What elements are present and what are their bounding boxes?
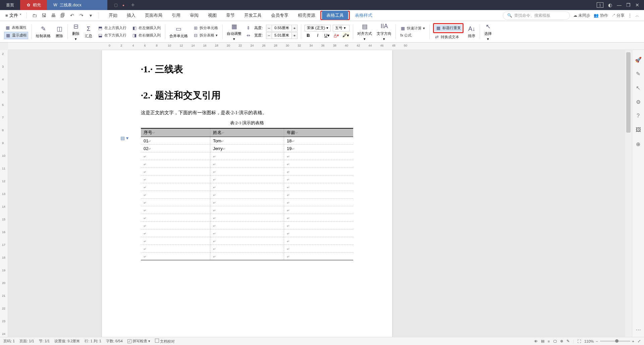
table-row[interactable]: ↵↵↵ (141, 160, 353, 168)
table-cell[interactable]: ↵ (210, 168, 284, 176)
table-cell[interactable]: 01↵ (141, 137, 210, 145)
ruler-horizontal[interactable]: 0246810121416182022242628303234363840424… (8, 43, 644, 50)
table-row[interactable]: ↵↵↵ (141, 237, 353, 245)
height-spinner[interactable]: −0.55厘米+ (266, 25, 298, 31)
scrollbar-vertical[interactable] (625, 50, 632, 337)
tab-review[interactable]: 审阅 (185, 10, 203, 20)
table-row[interactable]: ↵↵↵ (141, 191, 353, 199)
show-border-button[interactable]: ▦显示虚框 (4, 32, 28, 39)
insert-above-button[interactable]: ⬒在上方插入行 (97, 25, 127, 31)
table-cell[interactable]: ↵ (210, 222, 284, 229)
zoom-out-button[interactable]: − (596, 339, 598, 343)
table-header-cell[interactable]: 年龄↵ (284, 128, 353, 137)
table-header-cell[interactable]: 序号↵ (141, 128, 210, 137)
print-icon[interactable]: 🖶 (50, 12, 57, 19)
zoom-control[interactable]: 110% − + (584, 339, 634, 343)
table-cell[interactable]: ↵ (284, 229, 353, 237)
table-handle-icon[interactable]: ▤ ▾ (120, 135, 128, 141)
tab-chapter[interactable]: 章节 (222, 10, 239, 20)
sort-button[interactable]: A↓排序 (466, 24, 478, 39)
more-side-icon[interactable]: ⋯ (634, 326, 642, 334)
table-row[interactable]: ↵↵↵ (141, 214, 353, 222)
table-row[interactable]: ↵↵↵ (141, 183, 353, 191)
redo-icon[interactable]: ↷ (78, 12, 85, 19)
new-icon[interactable]: 🗀 (31, 12, 38, 19)
table-cell[interactable]: ↵ (210, 245, 284, 253)
file-menu[interactable]: ≡ 文件 ˅ (2, 12, 25, 18)
table-cell[interactable]: ↵ (210, 183, 284, 191)
view-mode3-icon[interactable]: 🖵 (553, 339, 557, 343)
table-cell[interactable]: 02↵ (141, 145, 210, 152)
ruler-vertical[interactable]: 2345678910111213141516171819202122232425… (0, 50, 8, 337)
font-color-button[interactable]: A▾ (333, 32, 340, 39)
table-cell[interactable]: ↵ (141, 214, 210, 222)
help-icon[interactable]: ? (634, 112, 642, 120)
merge-cells-button[interactable]: ▭合并单元格 (167, 24, 190, 39)
status-pageno[interactable]: 页码: 1 (3, 339, 15, 344)
tab-start[interactable]: 开始 (104, 10, 122, 20)
qat-dropdown[interactable]: ▾ (87, 12, 95, 19)
table-cell[interactable]: ↵ (210, 253, 284, 260)
table-cell[interactable]: ↵ (210, 237, 284, 245)
collapse-ribbon-icon[interactable]: ︿ (635, 13, 639, 18)
table-row[interactable]: ↵↵↵ (141, 229, 353, 237)
tab-dock[interactable]: ✿稻壳 (20, 0, 47, 10)
tab-devtools[interactable]: 开发工具 (240, 10, 266, 20)
undo-icon[interactable]: ↶ (68, 12, 76, 19)
pen-icon[interactable]: ✎ (634, 70, 642, 78)
table-cell[interactable]: ↵ (210, 206, 284, 214)
table-cell[interactable]: ↵ (141, 206, 210, 214)
table-properties-button[interactable]: ▦表格属性 (4, 24, 28, 31)
table-cell[interactable]: 18↵ (284, 137, 353, 145)
table-cell[interactable]: ↵ (141, 222, 210, 229)
formula-button[interactable]: fx 公式 (399, 32, 426, 39)
table-cell[interactable]: ↵ (284, 253, 353, 260)
table-cell[interactable]: ↵ (284, 214, 353, 222)
table-cell[interactable]: ↵ (141, 237, 210, 245)
rocket-icon[interactable]: 🚀 (634, 56, 642, 64)
share-button[interactable]: ↗ 分享 (611, 13, 625, 18)
tab-add[interactable]: + (131, 2, 135, 9)
tab-tabletools[interactable]: 表格工具 (322, 11, 348, 20)
align-button[interactable]: ▤对齐方式▾ (355, 22, 374, 42)
table-row[interactable]: ↵↵↵ (141, 168, 353, 176)
insert-below-button[interactable]: ⬓在下方插入行 (97, 32, 127, 39)
table-cell[interactable]: ↵ (284, 191, 353, 199)
eye-icon[interactable]: 👁 (534, 339, 538, 343)
table-cell[interactable]: ↵ (284, 176, 353, 183)
status-rowcol[interactable]: 行: 1 列: 1 (85, 339, 101, 344)
table-cell[interactable]: ↵ (284, 160, 353, 168)
table-cell[interactable]: ↵ (210, 152, 284, 160)
delete-button[interactable]: ⊟删除▾ (70, 22, 82, 42)
table-cell[interactable]: ↵ (141, 176, 210, 183)
table-cell[interactable]: ↵ (141, 152, 210, 160)
table-cell[interactable]: Jerry↵ (210, 145, 284, 152)
table-row[interactable]: ↵↵↵ (141, 199, 353, 206)
table-cell[interactable]: ↵ (284, 206, 353, 214)
counter-icon[interactable]: 1 (597, 2, 603, 8)
table-row[interactable]: 02↵Jerry↵19↵ (141, 145, 353, 152)
bold-button[interactable]: B (305, 32, 312, 39)
select-icon[interactable]: ↖ (634, 84, 642, 92)
table-cell[interactable]: ↵ (210, 214, 284, 222)
table-cell[interactable]: ↵ (210, 176, 284, 183)
table-cell[interactable]: 19↵ (284, 145, 353, 152)
status-wordcount[interactable]: 字数: 6/54 (106, 339, 123, 344)
fullscreen-icon[interactable]: ⤢ (638, 339, 641, 343)
convert-text-button[interactable]: ⇄转换成文本 (433, 34, 464, 41)
tab-home[interactable]: 首页 (0, 0, 20, 10)
underline-button[interactable]: U▾ (323, 32, 331, 39)
draw-table-button[interactable]: ✎绘制表格 (34, 24, 53, 39)
table-row[interactable]: ↵↵↵ (141, 206, 353, 214)
table-cell[interactable]: ↵ (210, 160, 284, 168)
tab-resource[interactable]: 稻壳资源 (293, 10, 320, 20)
presentation-icon[interactable]: ▢ (114, 3, 118, 7)
italic-button[interactable]: I (314, 32, 321, 39)
split-cell-button[interactable]: ⊞拆分单元格 (192, 25, 219, 31)
zoom-in-button[interactable]: + (632, 339, 634, 343)
table-cell[interactable]: ↵ (141, 199, 210, 206)
highlight-button[interactable]: 🖉▾ (342, 32, 350, 39)
table-cell[interactable]: ↵ (284, 199, 353, 206)
sync-button[interactable]: ☁ 未同步 (573, 13, 590, 18)
table-cell[interactable]: ↵ (284, 237, 353, 245)
